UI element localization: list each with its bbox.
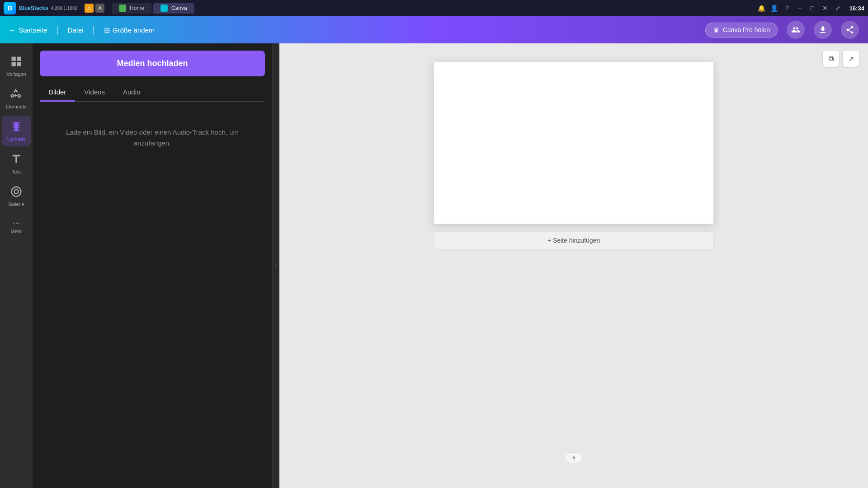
home-tab-icon	[119, 5, 126, 12]
vorlagen-icon	[10, 55, 23, 70]
uploads-label: Uploads	[7, 136, 25, 142]
bluestacks-version: 4.280.1.1002	[51, 6, 77, 11]
panel-empty-message: Lade ein Bild, ein Video oder einen Audi…	[40, 109, 265, 167]
export-page-button[interactable]: ↗	[843, 51, 859, 67]
back-arrow-icon: ←	[9, 26, 16, 34]
collapse-up-button[interactable]: ∧	[565, 452, 583, 463]
home-tab-label: Home	[130, 5, 144, 11]
header-divider: |	[56, 25, 58, 35]
resize-icon: ⊞	[104, 26, 110, 34]
close-button[interactable]: ✕	[821, 4, 830, 13]
warning-icons: ⚠ A	[85, 4, 104, 13]
title-bar: B BlueStacks 4.280.1.1002 ⚠ A Home Canva…	[0, 0, 868, 16]
file-menu[interactable]: Datei	[68, 26, 84, 34]
text-icon	[10, 153, 23, 167]
mehr-label: Mehr	[10, 229, 22, 234]
crown-icon: ♛	[713, 26, 719, 34]
bluestacks-logo: B BlueStacks 4.280.1.1002	[4, 2, 77, 14]
sidebar-item-elemente[interactable]: Elemente	[2, 83, 31, 114]
add-page-button[interactable]: + Seite hinzufügen	[434, 231, 714, 249]
resize-label: Größe ändern	[113, 26, 155, 34]
minimize-button[interactable]: –	[795, 4, 804, 13]
resize-button[interactable]: ⊞ Größe ändern	[104, 26, 155, 34]
download-button[interactable]	[814, 21, 832, 39]
tab-home[interactable]: Home	[112, 3, 151, 14]
maximize-button[interactable]: □	[808, 4, 817, 13]
sidebar-item-mehr[interactable]: ··· Mehr	[2, 213, 31, 239]
sidebar-item-uploads[interactable]: Uploads	[2, 116, 31, 146]
header-divider-2: |	[93, 25, 95, 35]
file-label: Datei	[68, 26, 84, 34]
home-label: Startseite	[19, 26, 47, 34]
collaborate-button[interactable]	[787, 21, 805, 39]
collapse-handle[interactable]: ‹	[272, 43, 279, 488]
header-left: ← Startseite | Datei | ⊞ Größe ändern	[9, 25, 155, 35]
text-label: Text	[12, 169, 21, 174]
canvas-area: ⧉ ↗ + Seite hinzufügen ∧	[279, 43, 868, 488]
tab-audio[interactable]: Audio	[114, 84, 149, 102]
notification-icon[interactable]: 🔔	[757, 4, 766, 13]
elemente-icon	[10, 88, 23, 102]
bluestacks-icon: B	[4, 2, 16, 14]
canva-tab-icon	[160, 5, 168, 12]
panel-tabs: Bilder Videos Audio	[40, 84, 265, 102]
panel: Medien hochladen Bilder Videos Audio Lad…	[33, 43, 272, 488]
collapse-up-icon: ∧	[572, 455, 576, 461]
alpha-icon: A	[95, 4, 104, 13]
tab-bilder[interactable]: Bilder	[40, 84, 75, 102]
title-bar-right: 🔔 👤 ? – □ ✕ ⤢ 16:34	[757, 4, 864, 13]
back-button[interactable]: ← Startseite	[9, 26, 47, 34]
main-content: Vorlagen Elemente Uploads	[0, 43, 868, 488]
bluestacks-name: BlueStacks	[19, 5, 48, 11]
tab-canva[interactable]: Canva	[153, 3, 194, 14]
uploads-icon	[10, 120, 23, 135]
collapse-arrow-icon: ‹	[275, 263, 277, 269]
left-sidebar: Vorlagen Elemente Uploads	[0, 43, 33, 488]
canva-tab-label: Canva	[171, 5, 187, 11]
canvas-toolbar: ⧉ ↗	[823, 51, 859, 67]
pro-label: Canva Pro holen	[723, 26, 770, 33]
canvas-page[interactable]	[434, 61, 714, 224]
vorlagen-label: Vorlagen	[6, 71, 26, 77]
tab-videos[interactable]: Videos	[75, 84, 114, 102]
expand-button[interactable]: ⤢	[833, 4, 842, 13]
mehr-icon: ···	[13, 218, 20, 227]
galerie-label: Galerie	[8, 202, 24, 207]
tab-bar: Home Canva	[112, 3, 750, 14]
duplicate-page-button[interactable]: ⧉	[823, 51, 839, 67]
account-icon[interactable]: 👤	[770, 4, 779, 13]
time-display: 16:34	[849, 5, 864, 12]
galerie-icon	[10, 185, 23, 200]
warning-icon: ⚠	[85, 4, 94, 13]
help-icon[interactable]: ?	[783, 4, 792, 13]
share-button[interactable]	[841, 21, 859, 39]
elemente-label: Elemente	[6, 104, 27, 109]
main-header: ← Startseite | Datei | ⊞ Größe ändern ♛ …	[0, 16, 868, 43]
sidebar-item-text[interactable]: Text	[2, 148, 31, 179]
upload-button[interactable]: Medien hochladen	[40, 51, 265, 76]
canva-pro-button[interactable]: ♛ Canva Pro holen	[705, 23, 778, 38]
sidebar-item-vorlagen[interactable]: Vorlagen	[2, 51, 31, 81]
sidebar-item-galerie[interactable]: Galerie	[2, 181, 31, 211]
